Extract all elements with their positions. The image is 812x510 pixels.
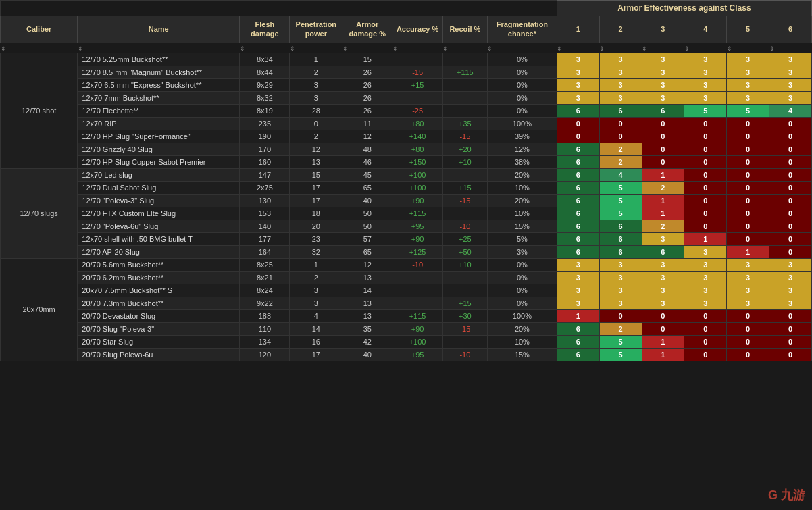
name-cell: 12x70 6.5 mm "Express" Buckshot** (78, 78, 240, 91)
ac2-cell: 2 (599, 143, 642, 155)
ac2-cell: 5 (599, 207, 642, 220)
name-cell: 12/70 "Poleva-6u" Slug (78, 220, 240, 232)
caliber-cell: 12/70 shot (1, 53, 78, 168)
ac2-cell: 5 (599, 348, 642, 361)
frag-cell: 0% (487, 53, 557, 66)
flesh-cell: 2x75 (240, 181, 290, 194)
ac6-cell: 0 (769, 335, 812, 348)
ac4-header[interactable]: 4 (684, 16, 727, 43)
ac1-cell: 6 (557, 322, 599, 335)
ammo-table: Armor Effectiveness against Class Calibe… (0, 0, 812, 361)
ac6-cell: 0 (769, 220, 812, 232)
sort-ac2[interactable]: ⇕ (599, 45, 605, 52)
sort-flesh[interactable]: ⇕ (240, 45, 245, 52)
accuracy-cell: +115 (392, 207, 442, 220)
ac6-cell: 3 (769, 297, 812, 309)
sort-ac6[interactable]: ⇕ (769, 45, 775, 52)
recoil-cell: -15 (442, 194, 487, 207)
armor-cell: 12 (342, 130, 392, 143)
ac2-header[interactable]: 2 (599, 16, 642, 43)
name-cell: 20/70 6.2mm Buckshot** (78, 271, 240, 284)
ac6-cell: 3 (769, 258, 812, 271)
sort-ac5[interactable]: ⇕ (727, 45, 732, 52)
pen-cell: 18 (290, 207, 342, 220)
table-row: 12x70 shell with .50 BMG bullet T1772357… (1, 232, 812, 245)
pen-header[interactable]: Penetration power (290, 16, 342, 43)
ac6-cell: 0 (769, 322, 812, 335)
ac5-cell: 3 (727, 91, 769, 104)
ac6-cell: 0 (769, 143, 812, 155)
sort-caliber[interactable]: ⇕ (1, 45, 6, 52)
sort-pen[interactable]: ⇕ (290, 45, 295, 52)
armor-cell: 12 (342, 258, 392, 271)
frag-header[interactable]: Fragmentation chance* (487, 16, 557, 43)
ac6-header[interactable]: 6 (769, 16, 812, 43)
ac5-cell: 3 (727, 297, 769, 309)
ac6-cell: 3 (769, 284, 812, 297)
name-cell: 12/70 5.25mm Buckshot** (78, 53, 240, 66)
ac3-header[interactable]: 3 (642, 16, 684, 43)
name-cell: 12x70 7mm Buckshot** (78, 91, 240, 104)
recoil-cell: -15 (442, 322, 487, 335)
ac2-cell: 0 (599, 130, 642, 143)
ac2-cell: 6 (599, 104, 642, 117)
armor-cell: 13 (342, 309, 392, 322)
caliber-header[interactable]: Caliber (1, 16, 78, 43)
ac1-header[interactable]: 1 (557, 16, 599, 43)
recoil-cell: +25 (442, 232, 487, 245)
sort-rec[interactable]: ⇕ (442, 45, 448, 52)
ac3-cell: 3 (642, 66, 684, 78)
frag-cell: 15% (487, 220, 557, 232)
ac6-cell: 3 (769, 271, 812, 284)
recoil-cell: +50 (442, 245, 487, 258)
sort-frag[interactable]: ⇕ (487, 45, 492, 52)
ac5-header[interactable]: 5 (727, 16, 769, 43)
armor-header[interactable]: Armor damage % (342, 16, 392, 43)
ac6-cell: 3 (769, 91, 812, 104)
ac4-cell: 0 (684, 168, 727, 181)
ac6-cell: 0 (769, 130, 812, 143)
pen-cell: 17 (290, 194, 342, 207)
accuracy-header[interactable]: Accuracy % (392, 16, 442, 43)
name-cell: 12/70 AP-20 Slug (78, 245, 240, 258)
ac1-cell: 3 (557, 271, 599, 284)
ac3-cell: 2 (642, 220, 684, 232)
accuracy-cell (392, 91, 442, 104)
ac3-cell: 3 (642, 258, 684, 271)
recoil-cell: -15 (442, 130, 487, 143)
table-row: 12x70 7mm Buckshot**8x323260%333333 (1, 91, 812, 104)
ac6-cell: 3 (769, 53, 812, 66)
frag-cell: 10% (487, 207, 557, 220)
ac6-cell: 0 (769, 309, 812, 322)
sort-ac1[interactable]: ⇕ (557, 45, 562, 52)
sort-armor[interactable]: ⇕ (342, 45, 348, 52)
sort-ac4[interactable]: ⇕ (684, 45, 690, 52)
table-row: 20/70 Devastator Slug188413+115+30100%10… (1, 309, 812, 322)
name-cell: 12/70 FTX Custom LIte Slug (78, 207, 240, 220)
sort-ac3[interactable]: ⇕ (642, 45, 647, 52)
flesh-header[interactable]: Flesh damage (240, 16, 290, 43)
armor-effectiveness-header: Armor Effectiveness against Class (557, 1, 811, 16)
ac4-cell: 3 (684, 271, 727, 284)
ac5-cell: 0 (727, 322, 769, 335)
frag-cell: 10% (487, 181, 557, 194)
accuracy-cell: +90 (392, 232, 442, 245)
recoil-cell: +30 (442, 309, 487, 322)
name-header[interactable]: Name (78, 16, 240, 43)
ac6-cell: 0 (769, 155, 812, 168)
ac5-cell: 0 (727, 143, 769, 155)
ac5-cell: 3 (727, 66, 769, 78)
sort-acc[interactable]: ⇕ (392, 45, 398, 52)
recoil-cell (442, 271, 487, 284)
accuracy-cell (392, 284, 442, 297)
ac2-cell: 3 (599, 297, 642, 309)
table-row: 20/70 6.2mm Buckshot**8x212130%333333 (1, 271, 812, 284)
pen-cell: 12 (290, 143, 342, 155)
sort-name[interactable]: ⇕ (78, 45, 83, 52)
frag-cell: 20% (487, 322, 557, 335)
armor-cell: 65 (342, 181, 392, 194)
ac4-cell: 0 (684, 194, 727, 207)
recoil-header[interactable]: Recoil % (442, 16, 487, 43)
pen-cell: 16 (290, 335, 342, 348)
frag-cell: 15% (487, 348, 557, 361)
